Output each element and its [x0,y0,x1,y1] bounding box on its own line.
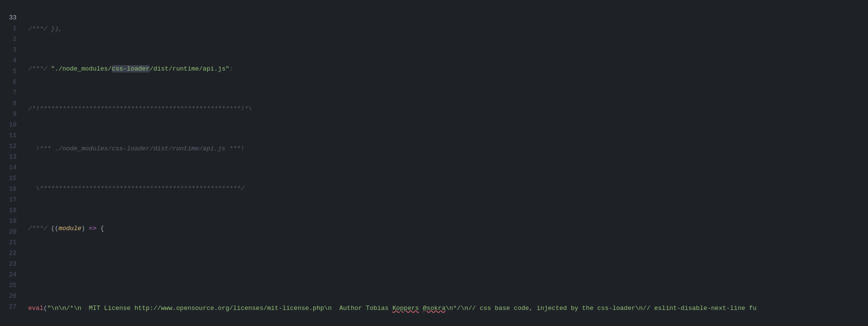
line-num-16: 16 [0,184,17,195]
code-line-2: !*** ./node_modules/css-loader/dist/runt… [24,144,868,154]
line-num-25: 25 [0,280,17,291]
line-num-10: 10 [0,120,17,130]
line-num-15: 15 [0,173,17,184]
line-num-11: 11 [0,130,17,141]
line-num [0,2,17,13]
line-num-27: 27 [0,302,17,312]
line-num-33: 33 [0,13,17,23]
line-num-8: 8 [0,98,17,109]
line-num-21: 21 [0,237,17,248]
line-num-6: 6 [0,77,17,88]
line-num-12: 12 [0,141,17,152]
code-line-4: /***/ ((module) => { [24,223,868,234]
line-num-19: 19 [0,216,17,227]
code-line-5 [24,263,868,274]
line-num-2: 2 [0,34,17,45]
code-editor: 33 1 2 3 4 5 6 7 8 9 10 11 12 13 14 15 1… [0,0,868,326]
code-line-1: /*!*************************************… [24,104,868,114]
code-line-3: \***************************************… [24,183,868,194]
line-num-7: 7 [0,88,17,98]
code-line-6: eval("\n\n/*\n MIT License http://www.op… [24,303,868,314]
code-line-33: /***/ "./node_modules/css-loader/dist/ru… [24,64,868,74]
line-numbers: 33 1 2 3 4 5 6 7 8 9 10 11 12 13 14 15 1… [0,0,24,326]
line-num-20: 20 [0,227,17,237]
line-num-1: 1 [0,23,17,34]
code-content[interactable]: /***/ }), /***/ "./node_modules/css-load… [24,0,868,326]
line-num-22: 22 [0,248,17,259]
line-num-5: 5 [0,66,17,77]
line-num-17: 17 [0,195,17,205]
line-num-18: 18 [0,205,17,216]
code-line-blank-top: /***/ }), [24,24,868,35]
line-num-14: 14 [0,163,17,173]
line-num-23: 23 [0,259,17,270]
line-num-3: 3 [0,45,17,55]
line-num-4: 4 [0,55,17,66]
line-num-26: 26 [0,291,17,302]
line-num-9: 9 [0,109,17,120]
line-num-24: 24 [0,270,17,280]
line-num-13: 13 [0,152,17,163]
